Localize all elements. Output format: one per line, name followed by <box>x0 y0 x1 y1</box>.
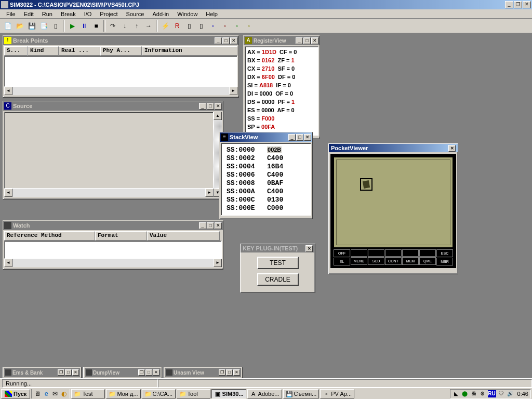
tray-language[interactable]: RU <box>488 390 496 397</box>
stack-maximize[interactable]: □ <box>296 134 303 141</box>
task-tool[interactable]: 📁Tool <box>177 389 210 398</box>
menu-edit[interactable]: Edit <box>20 10 38 18</box>
pv-key-blank[interactable] <box>351 249 367 257</box>
watch-titlebar[interactable]: Watch _ □ ✕ <box>3 221 223 230</box>
start-button[interactable]: Пуск <box>1 389 30 398</box>
minimized-dumpview[interactable]: DumpView❐□✕ <box>83 367 162 378</box>
step-into-icon[interactable]: ↓ <box>119 20 130 32</box>
task-adobe[interactable]: AAdobe... <box>247 389 282 398</box>
box-r-icon[interactable]: ▫ <box>219 20 231 32</box>
task-[interactable]: 📁Мои д... <box>106 389 140 398</box>
stack-row[interactable]: SS:0004 16B4 <box>222 163 310 171</box>
pv-key-blank[interactable] <box>419 249 436 257</box>
watch-col[interactable]: Reference Method <box>4 231 95 241</box>
pv-key-menu[interactable]: MENU <box>351 257 367 265</box>
tray-icon[interactable]: ◣ <box>453 390 460 397</box>
new-icon[interactable]: 📄 <box>2 20 14 32</box>
menu-break[interactable]: Break <box>57 10 80 18</box>
source-close[interactable]: ✕ <box>215 103 222 110</box>
pv-key-mem[interactable]: MEM <box>402 257 419 265</box>
breakpoints-minimize[interactable]: _ <box>215 37 222 44</box>
stack-titlebar[interactable]: ≡ StackView _ □ ✕ <box>220 132 312 142</box>
register-minimize[interactable]: _ <box>296 37 303 44</box>
register-titlebar[interactable]: A RegisterView _ □ ✕ <box>244 36 320 45</box>
stop-icon[interactable]: ■ <box>90 20 102 32</box>
menu-help[interactable]: Help <box>202 10 222 18</box>
pocketviewer-titlebar[interactable]: PocketViewer ✕ <box>329 144 458 152</box>
stack-close[interactable]: ✕ <box>304 134 311 141</box>
stack-minimize[interactable]: _ <box>288 134 296 141</box>
key-plugin-close[interactable]: ✕ <box>305 245 313 252</box>
rom-icon[interactable]: R <box>171 20 183 32</box>
cradle-button[interactable]: CRADLE <box>257 273 299 286</box>
watch-list[interactable] <box>4 241 222 259</box>
stack-row[interactable]: SS:0006 C400 <box>222 171 310 179</box>
source-editor[interactable] <box>4 112 214 189</box>
step-out-icon[interactable]: ↑ <box>131 20 142 32</box>
ql-media-icon[interactable]: ◐ <box>60 390 68 398</box>
ql-desktop-icon[interactable]: 🖥 <box>33 390 42 398</box>
tray-volume-icon[interactable]: 🔊 <box>507 390 514 397</box>
stack-row[interactable]: SS:0002 C400 <box>222 154 310 163</box>
task-test[interactable]: 📁Test <box>71 389 105 398</box>
breakpoints-close[interactable]: ✕ <box>230 37 237 44</box>
menu-project[interactable]: Project <box>96 10 122 18</box>
breakpoints-list[interactable] <box>4 56 237 87</box>
tool2-icon[interactable]: ▯ <box>183 20 195 32</box>
menu-i/o[interactable]: I/O <box>80 10 96 18</box>
breakpoints-col[interactable]: Kind <box>28 46 59 56</box>
menu-run[interactable]: Run <box>38 10 57 18</box>
stack-row[interactable]: SS:000A C400 <box>222 188 310 196</box>
pv-key-scd[interactable]: SCD <box>368 257 384 265</box>
stack-row[interactable]: SS:0008 0BAF <box>222 179 310 188</box>
step-over-icon[interactable]: ↷ <box>107 20 118 32</box>
key-plugin-titlebar[interactable]: KEY PLUG-IN(TEST) ✕ <box>241 244 315 252</box>
box-blue-icon[interactable]: ▫ <box>207 20 219 32</box>
breakpoints-col[interactable]: Phy A... <box>100 46 142 56</box>
menu-source[interactable]: Source <box>122 10 149 18</box>
task-cca[interactable]: 📁C:\CA... <box>142 389 176 398</box>
tray-icon[interactable]: ⬤ <box>461 390 469 397</box>
stack-row[interactable]: SS:000C 0130 <box>222 196 310 204</box>
box-y-icon[interactable]: ▫ <box>243 20 255 32</box>
pv-key-esc[interactable]: ESC <box>436 249 453 257</box>
pv-key-el[interactable]: EL <box>334 258 350 265</box>
watch-hscroll[interactable]: ◄► <box>4 259 222 267</box>
tray-icon[interactable]: 🖶 <box>470 390 477 397</box>
pv-key-cont[interactable]: CONT <box>385 257 402 265</box>
tray-icon[interactable]: ⚙ <box>479 390 486 397</box>
menu-file[interactable]: File <box>2 10 20 18</box>
task-[interactable]: 💾Съемн... <box>283 389 320 398</box>
watch-col[interactable]: Format <box>95 231 147 241</box>
watch-minimize[interactable]: _ <box>199 222 206 229</box>
main-minimize-button[interactable]: _ <box>505 1 513 8</box>
tray-clock[interactable]: 0:46 <box>517 391 528 397</box>
watch-close[interactable]: ✕ <box>215 222 222 229</box>
menu-window[interactable]: Window <box>173 10 202 18</box>
stack-list[interactable]: SS:0000 002BSS:0002 C400SS:0004 16B4SS:0… <box>221 143 311 216</box>
pv-key-blank[interactable] <box>385 249 402 257</box>
breakpoints-maximize[interactable]: □ <box>222 37 230 44</box>
save-icon[interactable]: 💾 <box>26 20 37 32</box>
breakpoints-col[interactable]: S... <box>4 46 28 56</box>
minimized-unasm-view[interactable]: Unasm View❐□✕ <box>164 367 243 378</box>
source-hscroll[interactable]: ◄► <box>4 189 214 197</box>
test-button[interactable]: TEST <box>257 257 299 269</box>
source-minimize[interactable]: _ <box>199 103 206 110</box>
source-titlebar[interactable]: C Source _ □ ✕ <box>3 101 223 111</box>
breakpoints-col[interactable]: Real ... <box>59 46 100 56</box>
tool1-icon[interactable]: ⚡ <box>159 20 171 32</box>
menu-add-in[interactable]: Add-in <box>148 10 173 18</box>
tray-icon[interactable]: 🛡 <box>498 390 505 397</box>
main-close-button[interactable]: ✕ <box>523 1 531 8</box>
project-icon[interactable]: ▯ <box>50 20 61 32</box>
pv-key-off[interactable]: OFF <box>334 249 350 257</box>
ql-oe-icon[interactable]: ✉ <box>51 390 59 398</box>
register-maximize[interactable]: □ <box>303 37 311 44</box>
pause-icon[interactable]: ⏸ <box>78 20 90 32</box>
minimized-ems-&-bank[interactable]: Ems & Bank❐□✕ <box>3 367 82 378</box>
stack-row[interactable]: SS:0000 002B <box>222 145 310 154</box>
main-maximize-button[interactable]: ❐ <box>514 1 522 8</box>
pocketviewer-close[interactable]: ✕ <box>448 145 456 152</box>
stack-row[interactable]: SS:000E C000 <box>222 204 310 212</box>
